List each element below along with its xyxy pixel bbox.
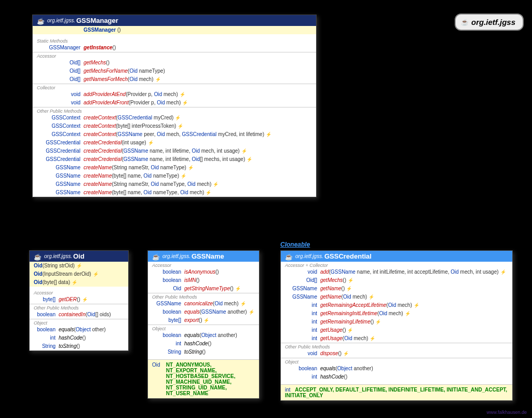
coffee-icon xyxy=(285,253,292,260)
section-collector: Collector xyxy=(33,84,316,90)
card-oid: org.ietf.jgss. Oid Oid (String strOid)⚡O… xyxy=(29,250,129,351)
method-row: GSSNamecreateName (String nameStr, Oid n… xyxy=(33,164,316,172)
method-row: voidaddProviderAtFront (Provider p, Oid … xyxy=(33,99,316,107)
method-row: inthashCode () xyxy=(148,340,259,348)
constructor-row: Oid (byte[] data)⚡ xyxy=(30,278,128,287)
coffee-icon xyxy=(37,18,44,24)
method-row: GSSManagergetInstance () xyxy=(33,44,316,52)
method-row: GSSNamegetName ()⚡ xyxy=(281,285,512,293)
coffee-icon xyxy=(34,253,41,260)
method-row: booleancontainedIn (Oid[] oids) xyxy=(30,311,128,319)
method-row: StringtoString () xyxy=(30,342,128,350)
card-header: org.ietf.jgss. Oid xyxy=(30,251,128,262)
constructor-row: Oid (InputStream derOid)⚡ xyxy=(30,270,128,278)
method-row: booleanequals (GSSName another)⚡ xyxy=(148,308,259,316)
method-row: inthashCode () xyxy=(30,334,128,342)
method-row: Oid[]getMechs ()⚡ xyxy=(281,276,512,285)
method-row: voiddispose ()⚡ xyxy=(281,349,512,358)
method-row: inthashCode () xyxy=(281,373,512,381)
card-header: org.ietf.jgss. GSSManager xyxy=(33,15,316,26)
card-gssname: org.ietf.jgss. GSSName Accessor booleani… xyxy=(147,250,260,399)
method-row: byte[]getDER ()⚡ xyxy=(30,295,128,304)
method-row: intgetRemainingAcceptLifetime (Oid mech)… xyxy=(281,301,512,309)
method-row: booleanequals (Object another) xyxy=(281,365,512,373)
constructor-row: GSSManager () xyxy=(33,26,316,34)
coffee-icon xyxy=(461,19,468,25)
method-row: GSSNamecanonicalize (Oid mech)⚡ xyxy=(148,300,259,308)
method-row: StringtoString () xyxy=(148,348,259,356)
method-row: GSSContextcreateContext (GSSName peer, O… xyxy=(33,130,316,139)
method-row: intgetUsage (Oid mech)⚡ xyxy=(281,334,512,343)
method-row: booleanequals (Object another) xyxy=(148,331,259,340)
method-row: GSSNamecreateName (byte[] name, Oid name… xyxy=(33,172,316,180)
card-header: org.ietf.jgss. GSSCredential xyxy=(281,251,512,262)
package-badge: org.ietf.jgss xyxy=(455,14,524,31)
cloneable-label: Cloneable xyxy=(280,241,310,248)
method-row: intgetUsage ()⚡ xyxy=(281,326,512,334)
section-other: Other Public Methods xyxy=(33,107,316,114)
method-row: voidadd (GSSName name, int initLifetime,… xyxy=(281,268,512,276)
method-row: GSSNamegetName (Oid mech)⚡ xyxy=(281,293,512,301)
card-gssmanager: org.ietf.jgss. GSSManager GSSManager () … xyxy=(32,15,317,197)
coffee-icon xyxy=(152,253,159,260)
constants-block: Oid NT_ANONYMOUS,NT_EXPORT_NAME,NT_HOSTB… xyxy=(148,359,259,398)
method-row: booleanequals (Object other) xyxy=(30,326,128,334)
method-row: GSSCredentialcreateCredential (int usage… xyxy=(33,139,316,147)
card-gsscredential: org.ietf.jgss. GSSCredential Accessor + … xyxy=(280,250,513,401)
method-row: voidaddProviderAtEnd (Provider p, Oid me… xyxy=(33,90,316,99)
constants-block: int ACCEPT_ONLY, DEFAULT_LIFETIME, INDEF… xyxy=(281,384,512,400)
method-row: intgetRemainingLifetime ()⚡ xyxy=(281,318,512,326)
method-row: GSSContextcreateContext (GSSCredential m… xyxy=(33,114,316,122)
method-row: byte[]export ()⚡ xyxy=(148,316,259,325)
method-row: GSSNamecreateName (byte[] name, Oid name… xyxy=(33,188,316,197)
method-row: booleanisAnonymous () xyxy=(148,268,259,276)
section-accessor: Accessor xyxy=(33,52,316,59)
method-row: GSSCredentialcreateCredential (GSSName n… xyxy=(33,155,316,164)
package-name: org.ietf.jgss xyxy=(471,18,515,26)
method-row: GSSNamecreateName (String nameStr, Oid n… xyxy=(33,180,316,188)
section-static: Static Methods xyxy=(33,37,316,44)
method-row: Oid[]getMechsForName (Oid nameType) xyxy=(33,67,316,75)
constructor-row: Oid (String strOid)⚡ xyxy=(30,262,128,270)
method-row: GSSContextcreateContext (byte[] interPro… xyxy=(33,122,316,130)
method-row: GSSCredentialcreateCredential (GSSName n… xyxy=(33,147,316,155)
card-header: org.ietf.jgss. GSSName xyxy=(148,251,259,262)
method-row: Oid[]getMechs () xyxy=(33,59,316,67)
method-row: OidgetStringNameType ()⚡ xyxy=(148,285,259,293)
method-row: intgetRemainingInitLifetime (Oid mech)⚡ xyxy=(281,309,512,318)
footer-link[interactable]: www.falkhausen.de xyxy=(486,410,527,415)
method-row: Oid[]getNamesForMech (Oid mech)⚡ xyxy=(33,75,316,84)
method-row: booleanisMN () xyxy=(148,276,259,285)
